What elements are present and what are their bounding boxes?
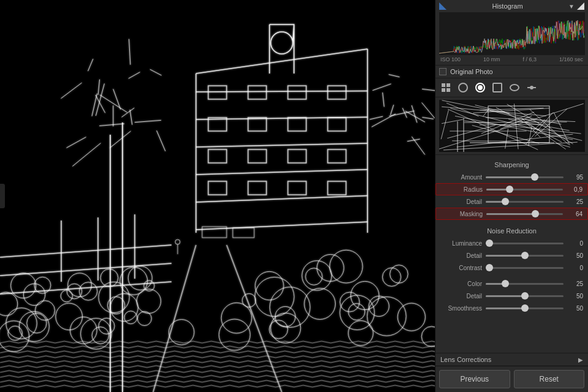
sharpening-amount-row: Amount 95 <box>435 171 588 183</box>
noise-reduction-title: Noise Reduction <box>435 224 588 237</box>
luminance-label: Luminance <box>440 240 482 247</box>
nr-color-row: Color 25 <box>435 277 588 290</box>
radius-value: 0,9 <box>565 186 582 193</box>
previous-button[interactable]: Previous <box>439 370 510 388</box>
svg-rect-1 <box>447 83 450 87</box>
luminance-value: 0 <box>566 240 583 247</box>
focal-label: 10 mm <box>483 56 500 62</box>
line-tool-icon[interactable] <box>525 81 538 94</box>
crop-tool-icon[interactable] <box>456 81 470 94</box>
sharpening-title: Sharpening <box>435 157 588 171</box>
iso-label: ISO 100 <box>440 56 461 62</box>
histogram-highlight-icon <box>577 2 584 10</box>
nr-contrast-row: Contrast 0 <box>435 262 588 274</box>
histogram-canvas-wrap <box>439 12 585 55</box>
amount-label: Amount <box>440 174 482 181</box>
nr-color-detail-label: Detail <box>440 293 482 300</box>
lens-corrections-arrow: ▶ <box>578 356 583 363</box>
histogram-section: Histogram ▼ ISO 100 10 mm f / 6,3 1/160 … <box>435 0 588 66</box>
svg-rect-0 <box>442 83 445 87</box>
masking-value: 64 <box>565 211 582 217</box>
amount-slider[interactable] <box>486 172 564 182</box>
nr-contrast-slider[interactable] <box>486 263 564 273</box>
thumbnail-image <box>439 100 585 152</box>
histogram-shadow-icon <box>439 2 447 10</box>
sharp-detail-value: 25 <box>566 198 583 205</box>
masking-slider[interactable] <box>486 209 563 219</box>
radius-label: Radius <box>441 186 483 193</box>
nr-contrast-label: Contrast <box>440 265 482 271</box>
original-photo-row: Original Photo <box>435 66 588 78</box>
nr-color-detail-value: 50 <box>566 293 583 300</box>
detail-panel: Sharpening Amount 95 Radius 0,9 <box>435 155 588 353</box>
svg-rect-3 <box>447 88 450 92</box>
thumbnail-section <box>435 97 588 155</box>
radius-slider[interactable] <box>486 184 563 194</box>
histogram-info: ISO 100 10 mm f / 6,3 1/160 sec <box>439 56 584 62</box>
thumbnail-canvas <box>439 100 585 152</box>
ellipse-tool-icon[interactable] <box>508 81 521 94</box>
nr-detail-value: 50 <box>566 252 583 259</box>
histogram-dropdown-icon[interactable]: ▼ <box>568 3 575 10</box>
nr-smoothness-slider[interactable] <box>486 303 564 313</box>
sharp-detail-label: Detail <box>440 198 482 205</box>
nr-color-detail-slider[interactable] <box>486 291 564 301</box>
reset-button[interactable]: Reset <box>514 370 585 388</box>
nr-color-detail-row: Detail 50 <box>435 290 588 302</box>
right-panel: Histogram ▼ ISO 100 10 mm f / 6,3 1/160 … <box>435 0 588 392</box>
histogram-title: Histogram <box>492 2 522 10</box>
spot-tool-icon[interactable] <box>473 81 487 94</box>
original-photo-checkbox[interactable] <box>439 68 447 75</box>
nr-contrast-value: 0 <box>566 265 583 271</box>
main-photo-area <box>0 0 435 392</box>
histogram-header: Histogram ▼ <box>439 2 584 10</box>
bottom-buttons: Previous Reset <box>435 366 588 392</box>
shutter-label: 1/160 sec <box>559 56 583 62</box>
nr-detail-row: Detail 50 <box>435 249 588 262</box>
original-photo-label: Original Photo <box>450 68 493 75</box>
nr-detail-label: Detail <box>440 252 482 259</box>
svg-rect-7 <box>493 83 502 92</box>
lens-corrections-label: Lens Corrections <box>440 356 491 363</box>
nr-detail-slider[interactable] <box>486 251 564 260</box>
luminance-slider[interactable] <box>486 238 564 248</box>
masking-label: Masking <box>441 211 483 217</box>
sharpening-masking-row: Masking 64 <box>435 208 588 220</box>
grid-tool-icon[interactable] <box>439 81 453 94</box>
histogram-canvas <box>439 12 585 55</box>
nr-luminance-row: Luminance 0 <box>435 237 588 249</box>
nr-smoothness-row: Smoothness 50 <box>435 302 588 314</box>
amount-value: 95 <box>566 174 583 181</box>
nr-smoothness-label: Smoothness <box>440 305 482 312</box>
nr-color-label: Color <box>440 281 482 287</box>
lens-corrections-header[interactable]: Lens Corrections ▶ <box>435 353 588 366</box>
svg-point-8 <box>510 85 519 91</box>
nr-color-value: 25 <box>566 281 583 287</box>
aperture-label: f / 6,3 <box>522 56 537 62</box>
nr-color-slider[interactable] <box>486 279 564 288</box>
rect-tool-icon[interactable] <box>491 81 504 94</box>
svg-point-10 <box>530 86 533 89</box>
detail-slider[interactable] <box>486 197 564 206</box>
sharpening-detail-row: Detail 25 <box>435 195 588 208</box>
sharpening-radius-row: Radius 0,9 <box>435 183 588 195</box>
svg-rect-2 <box>442 88 445 92</box>
nr-smoothness-value: 50 <box>566 305 583 312</box>
svg-point-4 <box>459 83 467 92</box>
svg-point-6 <box>478 86 482 89</box>
tools-row <box>435 78 588 97</box>
photo-canvas <box>0 0 435 392</box>
